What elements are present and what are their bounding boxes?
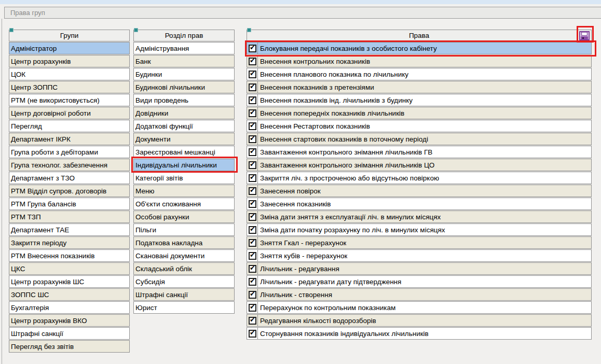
group-item[interactable]: Адміністратор	[9, 42, 130, 54]
checkbox-cell[interactable]: ✔	[247, 55, 258, 67]
groups-column-header[interactable]: Групи	[9, 30, 130, 41]
checkbox-checked-icon[interactable]: ✔	[249, 96, 256, 104]
group-item[interactable]: Перегляд без звітів	[9, 340, 130, 353]
section-item[interactable]: Субсидія	[133, 275, 235, 288]
group-item[interactable]: Штрафні санкції	[9, 327, 130, 340]
checkbox-cell[interactable]: ✔	[247, 133, 258, 145]
checkbox-cell[interactable]: ✔	[247, 172, 258, 184]
checkbox-checked-icon[interactable]: ✔	[249, 161, 256, 169]
section-item[interactable]: Будинкові лічильники	[133, 81, 235, 93]
checkbox-checked-icon[interactable]: ✔	[249, 187, 256, 195]
sections-column-header[interactable]: Розділ прав	[133, 30, 235, 41]
checkbox-cell[interactable]: ✔	[247, 276, 258, 287]
checkbox-cell[interactable]: ✔	[247, 250, 258, 261]
group-item[interactable]: Департамент з ТЗО	[9, 172, 130, 184]
right-item[interactable]: ✔Внесення попередніх показників лічильни…	[247, 107, 592, 119]
group-item[interactable]: ЦКС	[9, 262, 130, 275]
right-item[interactable]: ✔Завантаження контрольного знімання лічи…	[247, 146, 592, 158]
checkbox-checked-icon[interactable]: ✔	[249, 239, 256, 247]
section-item[interactable]: Об'єкти споживання	[133, 198, 235, 210]
right-item[interactable]: ✔Внесення стартових показників в поточно…	[247, 133, 592, 145]
checkbox-checked-icon[interactable]: ✔	[249, 252, 256, 260]
group-item[interactable]: Центр розрахунків ВКО	[9, 314, 130, 327]
checkbox-checked-icon[interactable]: ✔	[249, 226, 256, 234]
checkbox-cell[interactable]: ✔	[247, 146, 258, 158]
save-button[interactable]	[579, 31, 590, 41]
right-item[interactable]: ✔Редагування кількості водорозборів	[247, 314, 592, 327]
section-item[interactable]: Пільги	[133, 223, 235, 236]
checkbox-cell[interactable]: ✔	[247, 185, 258, 197]
checkbox-cell[interactable]: ✔	[247, 94, 258, 106]
section-item[interactable]: Довідники	[133, 107, 235, 119]
checkbox-cell[interactable]: ✔	[247, 237, 258, 248]
section-item[interactable]: Адміністрування	[133, 42, 235, 54]
group-item[interactable]: Група технолог. забезпечення	[9, 159, 130, 171]
section-item[interactable]: Скановані документи	[133, 249, 235, 262]
right-item[interactable]: ✔Зміна дати початку розрахунку по ліч. в…	[247, 223, 592, 236]
section-item[interactable]: Категорії звітів	[133, 172, 235, 184]
group-item[interactable]: РТМ Група балансів	[9, 198, 130, 210]
right-item[interactable]: ✔Сторнування показників індивідуальних л…	[247, 327, 592, 340]
checkbox-cell[interactable]: ✔	[247, 328, 258, 339]
group-item[interactable]: Департамент ІКРК	[9, 133, 130, 145]
checkbox-cell[interactable]: ✔	[247, 211, 258, 222]
checkbox-cell[interactable]: ✔	[247, 315, 258, 326]
checkbox-cell[interactable]: ✔	[247, 224, 258, 235]
checkbox-checked-icon[interactable]: ✔	[249, 304, 256, 312]
right-item[interactable]: ✔Завантаження контрольного знімання лічи…	[247, 159, 592, 171]
right-item[interactable]: ✔Внесення планового показника по лічильн…	[247, 68, 592, 80]
group-item[interactable]: РТМ ТЗП	[9, 211, 130, 223]
section-item[interactable]: Будинки	[133, 68, 235, 80]
section-item[interactable]: Банк	[133, 55, 235, 67]
checkbox-cell[interactable]: ✔	[247, 107, 258, 119]
group-item[interactable]: Перегляд	[9, 120, 130, 132]
checkbox-checked-icon[interactable]: ✔	[249, 71, 256, 78]
section-item[interactable]: Штрафні санкції	[133, 288, 235, 301]
checkbox-checked-icon[interactable]: ✔	[249, 135, 256, 143]
group-item[interactable]: ЗОППС ШС	[9, 288, 130, 301]
group-item[interactable]: Центр ЗОППС	[9, 81, 130, 93]
checkbox-checked-icon[interactable]: ✔	[249, 200, 256, 208]
group-item[interactable]: Група роботи з дебіторами	[9, 146, 130, 158]
checkbox-checked-icon[interactable]: ✔	[249, 83, 256, 91]
right-item[interactable]: ✔Занесення повірок	[247, 185, 592, 197]
right-item[interactable]: ✔Зняття Гкал - перерахунок	[247, 236, 592, 249]
right-item[interactable]: ✔Внесення показників інд. лічильників з …	[247, 94, 592, 106]
group-item[interactable]: Центр розрахунків	[9, 55, 130, 67]
right-item[interactable]: ✔Лічильник - редагування	[247, 262, 592, 275]
right-item[interactable]: ✔Блокування передачі показників з особис…	[247, 42, 592, 54]
right-item[interactable]: ✔Лічильник - створення	[247, 288, 592, 301]
group-item[interactable]: РТМ Відділ супров. договорів	[9, 185, 130, 197]
section-item[interactable]: Складський облік	[133, 262, 235, 275]
checkbox-checked-icon[interactable]: ✔	[249, 265, 256, 273]
section-item[interactable]: Юрист	[133, 301, 235, 314]
checkbox-cell[interactable]: ✔	[247, 159, 258, 171]
checkbox-cell[interactable]: ✔	[247, 120, 258, 132]
section-item[interactable]: Зареєстровані мешканці	[133, 146, 235, 158]
checkbox-cell[interactable]: ✔	[247, 263, 258, 274]
checkbox-cell[interactable]: ✔	[247, 81, 258, 93]
checkbox-checked-icon[interactable]: ✔	[249, 109, 256, 117]
checkbox-checked-icon[interactable]: ✔	[249, 148, 256, 156]
right-item[interactable]: ✔Перерахунок по контрольним показникам	[247, 301, 592, 314]
right-item[interactable]: ✔Зміна дати зняття з експлуатації ліч. в…	[247, 211, 592, 223]
section-item[interactable]: Меню	[133, 185, 235, 197]
group-item[interactable]: ЦОК	[9, 68, 130, 80]
section-item[interactable]: Податкова накладна	[133, 236, 235, 249]
right-item[interactable]: ✔Лічильник - редагувати дату підтверджен…	[247, 275, 592, 288]
checkbox-checked-icon[interactable]: ✔	[249, 58, 256, 65]
right-item[interactable]: ✔Закриття ліч. з простроченою або відсут…	[247, 172, 592, 184]
checkbox-checked-icon[interactable]: ✔	[249, 122, 256, 130]
group-item[interactable]: РТМ (не використовується)	[9, 94, 130, 106]
group-item[interactable]: Центр розрахунків ШС	[9, 275, 130, 288]
right-item[interactable]: ✔Внесення показників з претензіями	[247, 81, 592, 93]
checkbox-checked-icon[interactable]: ✔	[249, 291, 256, 299]
checkbox-cell[interactable]: ✔	[247, 302, 258, 313]
checkbox-checked-icon[interactable]: ✔	[249, 317, 256, 325]
checkbox-cell[interactable]: ✔	[247, 198, 258, 209]
section-item[interactable]: Види проведень	[133, 94, 235, 106]
group-item[interactable]: Центр договірної роботи	[9, 107, 130, 119]
checkbox-cell[interactable]: ✔	[247, 68, 258, 80]
checkbox-cell[interactable]: ✔	[247, 43, 258, 54]
right-item[interactable]: ✔Внесення контрольних показників	[247, 55, 592, 67]
